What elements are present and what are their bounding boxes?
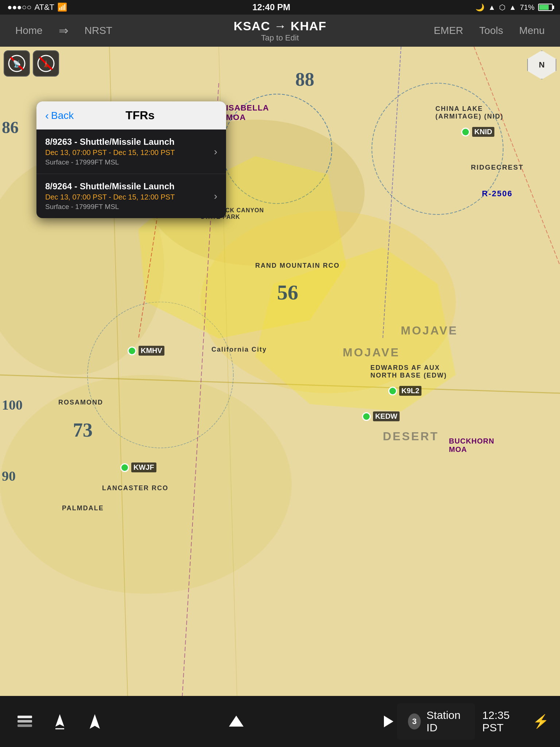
map-label-rosamond: ROSAMOND bbox=[58, 399, 103, 406]
bluetooth-icon: ⬡ bbox=[499, 3, 505, 12]
airport-dot-kedw bbox=[362, 412, 371, 421]
tfr-item-2-title: 8/9264 - Shuttle/Missile Launch bbox=[45, 181, 214, 191]
track-up-icon bbox=[51, 713, 69, 730]
bottom-left-group bbox=[0, 709, 95, 734]
airport-knid[interactable]: KNID bbox=[461, 127, 494, 137]
nav-bar: Home ⇒ NRST KSAC → KHAF Tap to Edit EMER… bbox=[0, 15, 560, 47]
battery-percent: 71% bbox=[520, 3, 534, 12]
tfr-item-1-time: Dec 13, 07:00 PST - Dec 15, 12:00 PST bbox=[45, 148, 214, 157]
tfr-item-2-chevron-icon: › bbox=[214, 190, 217, 202]
status-right-group: 🌙 ▲ ⬡ ▲ 71% bbox=[475, 3, 553, 12]
nav-right-group: EMER Tools Menu bbox=[421, 22, 560, 39]
menu-button[interactable]: Menu bbox=[511, 22, 553, 39]
carrier-name: AT&T bbox=[34, 3, 54, 12]
map-background[interactable]: 📡 🗼 N MOJAVE DESERT NEVADA 88 105 56 73 … bbox=[0, 47, 560, 696]
nav-center-group[interactable]: KSAC → KHAF Tap to Edit bbox=[139, 19, 421, 43]
route-icon[interactable]: ⇒ bbox=[51, 21, 77, 40]
station-id-area[interactable]: 3 Station ID bbox=[397, 703, 475, 740]
layers-icon bbox=[16, 713, 34, 730]
route-title: KSAC → KHAF bbox=[234, 19, 327, 33]
map-label-lancaster: LANCASTER RCO bbox=[102, 484, 168, 492]
airport-dot-kmhv bbox=[128, 347, 136, 355]
airport-label-kwjf: KWJF bbox=[131, 462, 156, 472]
map-label-california-city: California City bbox=[211, 346, 267, 353]
tfr-item-1-title: 8/9263 - Shuttle/Missile Launch bbox=[45, 137, 214, 147]
map-number-88: 88 bbox=[295, 69, 314, 90]
moon-icon: 🌙 bbox=[475, 3, 485, 12]
battery-icon bbox=[538, 4, 553, 11]
svg-text:🗼: 🗼 bbox=[42, 60, 50, 68]
bottom-bar: 3 Station ID 12:35 PST ⚡ bbox=[0, 696, 560, 747]
svg-rect-24 bbox=[18, 724, 32, 727]
wifi-icon: 📶 bbox=[57, 3, 67, 12]
svg-line-4 bbox=[0, 375, 560, 393]
svg-marker-29 bbox=[384, 716, 393, 727]
compass-rose: N bbox=[527, 50, 556, 80]
airport-label-kedw: KEDW bbox=[373, 411, 400, 421]
tfr-panel: ‹ Back TFRs 8/9263 - Shuttle/Missile Lau… bbox=[36, 101, 226, 218]
map-label-edwards: EDWARDS AF AUXNORTH BASE (EDW) bbox=[370, 364, 447, 379]
tfr-item-2[interactable]: 8/9264 - Shuttle/Missile Launch Dec 13, … bbox=[36, 174, 226, 218]
radio-off-icon-1[interactable]: 📡 bbox=[4, 50, 30, 77]
tap-to-edit: Tap to Edit bbox=[261, 33, 299, 43]
airport-label-k9l2: K9L2 bbox=[399, 386, 421, 396]
scroll-up-button[interactable] bbox=[219, 709, 254, 734]
map-label-palmdale: PALMDALE bbox=[62, 504, 104, 512]
time-display: 12:35 PST bbox=[475, 709, 529, 734]
back-chevron-icon: ‹ bbox=[45, 109, 49, 122]
nav-left-group: Home ⇒ NRST bbox=[0, 21, 139, 40]
tfr-item-1[interactable]: 8/9263 - Shuttle/Missile Launch Dec 13, … bbox=[36, 129, 226, 174]
home-button[interactable]: Home bbox=[7, 22, 51, 39]
track-up-button[interactable] bbox=[42, 709, 77, 734]
layers-button[interactable] bbox=[7, 709, 42, 734]
lightning-icon[interactable]: ⚡ bbox=[529, 714, 553, 729]
svg-line-13 bbox=[383, 47, 401, 338]
airport-kwjf[interactable]: KWJF bbox=[120, 462, 156, 472]
airport-kmhv[interactable]: KMHV bbox=[128, 346, 164, 356]
scroll-up-icon bbox=[228, 713, 245, 730]
tfr-item-1-chevron-icon: › bbox=[214, 146, 217, 158]
map-canvas[interactable]: 📡 🗼 N MOJAVE DESERT NEVADA 88 105 56 73 … bbox=[0, 47, 560, 696]
back-label: Back bbox=[51, 110, 74, 121]
map-overlay-icons: 📡 🗼 bbox=[4, 50, 59, 77]
map-number-56: 56 bbox=[277, 280, 298, 305]
play-button[interactable] bbox=[378, 709, 397, 734]
tfr-title: TFRs bbox=[74, 109, 206, 122]
airport-dot-knid bbox=[461, 128, 470, 136]
location-icon: ▲ bbox=[488, 3, 495, 12]
svg-marker-28 bbox=[229, 716, 244, 727]
map-label-buckhorn: BUCKHORNMOA bbox=[449, 437, 494, 454]
tfr-header: ‹ Back TFRs bbox=[36, 101, 226, 129]
radio-off-icon-2[interactable]: 🗼 bbox=[33, 50, 59, 77]
station-id-label: Station ID bbox=[427, 709, 464, 734]
tfr-item-2-time: Dec 13, 07:00 PST - Dec 15, 12:00 PST bbox=[45, 193, 214, 201]
radio-x-svg-1: 📡 bbox=[8, 54, 26, 73]
play-icon bbox=[379, 713, 396, 730]
status-bar: ●●●○○ AT&T 📶 12:40 PM 🌙 ▲ ⬡ ▲ 71% bbox=[0, 0, 560, 15]
tfr-item-1-content: 8/9263 - Shuttle/Missile Launch Dec 13, … bbox=[45, 137, 214, 166]
svg-point-9 bbox=[88, 302, 233, 448]
map-region-desert: DESERT bbox=[383, 430, 439, 443]
map-number-86: 86 bbox=[2, 118, 19, 137]
map-number-73: 73 bbox=[73, 419, 93, 441]
signal-icon: ▲ bbox=[509, 3, 516, 12]
map-label-rand-mountain: RAND MOUNTAIN RCO bbox=[255, 262, 340, 270]
airport-k9l2[interactable]: K9L2 bbox=[388, 386, 421, 396]
airport-dot-k9l2 bbox=[388, 387, 397, 395]
airport-kedw[interactable]: KEDW bbox=[362, 411, 400, 421]
map-label-r2506: R-2506 bbox=[482, 189, 513, 198]
bottom-center-group bbox=[95, 709, 378, 734]
map-number-90: 90 bbox=[2, 468, 16, 484]
tfr-back-button[interactable]: ‹ Back bbox=[45, 109, 74, 122]
tfr-item-2-content: 8/9264 - Shuttle/Missile Launch Dec 13, … bbox=[45, 181, 214, 211]
svg-rect-22 bbox=[18, 716, 32, 718]
tools-button[interactable]: Tools bbox=[471, 22, 511, 39]
svg-line-15 bbox=[474, 47, 560, 266]
map-region-mojave: MOJAVE bbox=[343, 346, 400, 359]
svg-rect-23 bbox=[18, 720, 32, 723]
map-label-mojave-text: MOJAVE bbox=[401, 324, 458, 337]
tfr-item-1-altitude: Surface - 17999FT MSL bbox=[45, 158, 214, 166]
map-label-isabella: ISABELLAMOA bbox=[226, 103, 269, 122]
emer-button[interactable]: EMER bbox=[426, 22, 471, 39]
nrst-button[interactable]: NRST bbox=[77, 22, 120, 39]
